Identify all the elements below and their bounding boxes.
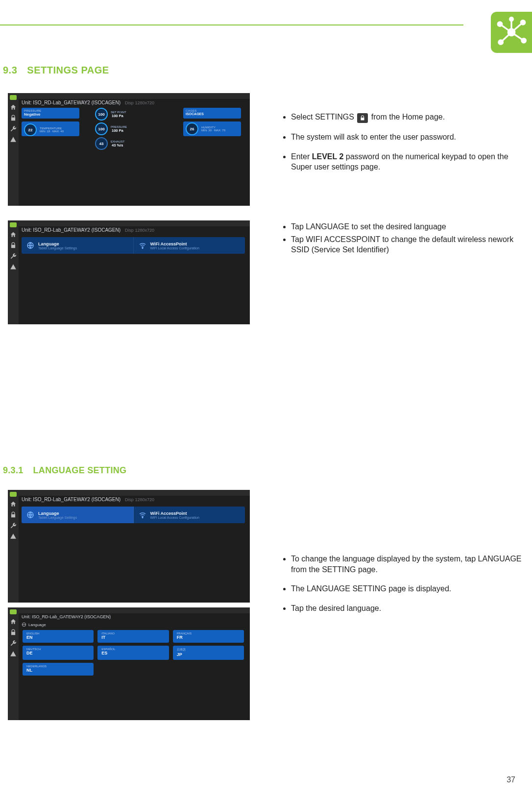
instr-tap-wifi: Tap WIFI ACCESSPOINT to change the defau… bbox=[291, 234, 527, 255]
gauge-setpoint-row[interactable]: 100 SET POINT 100 Pa bbox=[95, 108, 126, 121]
sidebar-logo-icon bbox=[10, 492, 17, 497]
lang-es[interactable]: ESPAÑOLES bbox=[97, 646, 169, 660]
instr-select-settings: Select SETTINGS from the Home page. bbox=[291, 112, 527, 123]
screenshot-language-setting: Unit: ISO_RD-Lab_GATEWAY2 (ISOCAGEN) Lan… bbox=[8, 607, 250, 720]
home-icon[interactable] bbox=[10, 231, 17, 238]
instr-language-page: The LANGUAGE SETTING page is displayed. bbox=[291, 583, 527, 594]
subsection-title: LANGUAGE SETTING bbox=[33, 465, 127, 476]
tile-humidity[interactable]: 26 HUMIDITY MIN: 30 · MAX: 70 bbox=[183, 121, 241, 136]
settings-lock-icon bbox=[357, 113, 368, 123]
tile-cages[interactable]: CAGES ISOCAGES bbox=[183, 108, 241, 119]
header-rule bbox=[0, 24, 463, 25]
gauge-pressure-row[interactable]: 100 PRESSURE 100 Pa bbox=[95, 122, 127, 135]
screenshot-settings-page: Unit: ISO_RD-Lab_GATEWAY2 (ISOCAGEN) Dis… bbox=[8, 220, 250, 324]
card-wifi[interactable]: WiFi AccessPointWiFi Local Access Config… bbox=[134, 237, 245, 254]
alert-icon[interactable] bbox=[10, 651, 17, 657]
lock-icon[interactable] bbox=[10, 115, 17, 121]
section-heading: 9.3 SETTINGS PAGE bbox=[3, 65, 109, 76]
lang-nl[interactable]: NEDERLANDSNL bbox=[23, 663, 94, 676]
instructions-block-2: Tap LANGUAGE to set the desired language… bbox=[274, 221, 527, 264]
card-language[interactable]: LanguageTablet Language Settings bbox=[22, 507, 134, 523]
instr-tap-desired: Tap the desired language. bbox=[291, 603, 527, 614]
screenshot-settings-language-selected: Unit: ISO_RD-Lab_GATEWAY2 (ISOCAGEN) Dis… bbox=[8, 490, 250, 603]
alert-icon[interactable] bbox=[10, 533, 17, 540]
home-icon[interactable] bbox=[10, 618, 17, 625]
svg-point-9 bbox=[142, 517, 143, 518]
instructions-block-1: Select SETTINGS from the Home page. The … bbox=[274, 112, 527, 181]
lock-icon[interactable] bbox=[10, 511, 17, 518]
screenshot-home-dashboard: Unit: ISO_RD-Lab_GATEWAY2 (ISOCAGEN) Dis… bbox=[8, 93, 250, 206]
unit-title: Unit: ISO_RD-Lab_GATEWAY2 (ISOCAGEN) Dis… bbox=[22, 497, 154, 502]
page-number: 37 bbox=[507, 775, 515, 784]
lang-fr[interactable]: FRANÇAISFR bbox=[173, 630, 244, 643]
globe-icon bbox=[22, 622, 26, 627]
lang-de[interactable]: DEUTSCHDE bbox=[23, 646, 94, 660]
card-language[interactable]: LanguageTablet Language Settings bbox=[22, 237, 134, 254]
lang-en[interactable]: ENGLISHEN bbox=[23, 630, 94, 643]
instr-level2: Enter LEVEL 2 password on the numerical … bbox=[291, 151, 527, 172]
tile-pressure-mode[interactable]: PRESSURE Negative bbox=[22, 108, 79, 119]
gauge-setpoint: 100 bbox=[95, 108, 108, 121]
app-sidebar bbox=[8, 607, 19, 720]
sidebar-logo-icon bbox=[10, 95, 17, 100]
lock-icon[interactable] bbox=[10, 242, 17, 249]
app-sidebar bbox=[8, 490, 19, 603]
gauge-pressure: 100 bbox=[95, 122, 108, 135]
gauge-exhaust: 43 bbox=[95, 137, 108, 150]
instr-tap-language: Tap LANGUAGE to set the desired language bbox=[291, 221, 527, 232]
alert-icon[interactable] bbox=[10, 264, 17, 270]
instr-change-language: To change the language displayed by the … bbox=[291, 554, 527, 575]
language-grid: ENGLISHEN ITALIANOIT FRANÇAISFR DEUTSCHD… bbox=[23, 630, 244, 676]
wrench-icon[interactable] bbox=[10, 522, 17, 529]
section-number: 9.3 bbox=[3, 65, 17, 76]
svg-point-7 bbox=[142, 247, 143, 248]
instr-enter-password: The system will ask to enter the user pa… bbox=[291, 132, 527, 143]
brand-badge-icon bbox=[491, 12, 532, 53]
subsection-number: 9.3.1 bbox=[3, 465, 24, 476]
wrench-icon[interactable] bbox=[10, 253, 17, 260]
unit-title: Unit: ISO_RD-Lab_GATEWAY2 (ISOCAGEN) Dis… bbox=[22, 227, 154, 233]
app-sidebar bbox=[8, 220, 19, 324]
gauge-humidity: 26 bbox=[186, 122, 198, 135]
wifi-icon bbox=[139, 242, 146, 249]
card-wifi[interactable]: WiFi AccessPointWiFi Local Access Config… bbox=[134, 507, 245, 523]
lang-jp[interactable]: 日本語JP bbox=[173, 646, 244, 660]
subsection-heading: 9.3.1 LANGUAGE SETTING bbox=[3, 465, 126, 476]
lang-it[interactable]: ITALIANOIT bbox=[97, 630, 169, 643]
window-topbar bbox=[8, 607, 250, 613]
sidebar-logo-icon bbox=[10, 222, 17, 227]
window-topbar bbox=[8, 490, 250, 496]
globe-icon bbox=[26, 242, 34, 249]
alert-icon[interactable] bbox=[10, 136, 17, 143]
tile-temperature[interactable]: 22 TEMPERATURE MIN: 18 · MAX: 40 bbox=[22, 121, 79, 136]
sidebar-logo-icon bbox=[10, 609, 17, 614]
section-title: SETTINGS PAGE bbox=[27, 65, 109, 76]
wrench-icon[interactable] bbox=[10, 640, 17, 647]
home-icon[interactable] bbox=[10, 501, 17, 508]
wrench-icon[interactable] bbox=[10, 125, 17, 132]
globe-icon bbox=[26, 511, 34, 519]
lock-icon[interactable] bbox=[10, 629, 17, 636]
home-icon[interactable] bbox=[10, 104, 17, 111]
window-topbar bbox=[8, 93, 250, 99]
language-back[interactable]: Language bbox=[22, 622, 46, 627]
gauge-exhaust-row[interactable]: 43 EXHAUST 43 %/s bbox=[95, 137, 124, 150]
gauge-temperature: 22 bbox=[24, 123, 37, 136]
app-sidebar bbox=[8, 93, 19, 206]
instructions-block-3: To change the language displayed by the … bbox=[274, 554, 527, 622]
window-topbar bbox=[8, 220, 250, 226]
unit-title: Unit: ISO_RD-Lab_GATEWAY2 (ISOCAGEN) bbox=[22, 614, 111, 619]
wifi-icon bbox=[139, 511, 146, 519]
unit-title: Unit: ISO_RD-Lab_GATEWAY2 (ISOCAGEN) Dis… bbox=[22, 100, 154, 105]
